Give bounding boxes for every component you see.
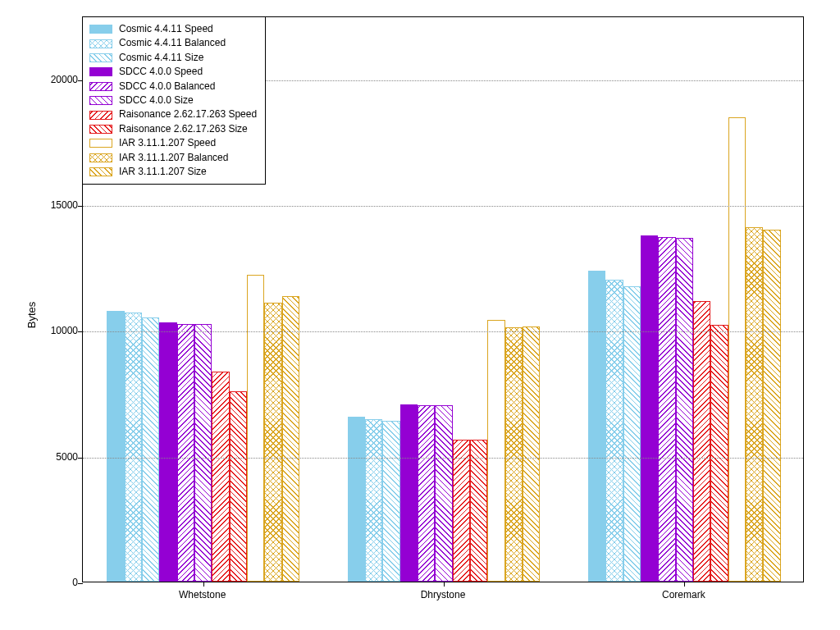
x-tickmark bbox=[444, 582, 445, 587]
legend-label: Raisonance 2.62.17.263 Speed bbox=[119, 107, 257, 121]
bar bbox=[264, 303, 281, 582]
gridline bbox=[83, 206, 803, 207]
legend: Cosmic 4.4.11 SpeedCosmic 4.4.11 Balance… bbox=[83, 17, 266, 185]
bar bbox=[710, 325, 728, 582]
y-tick-label: 5000 bbox=[0, 451, 78, 463]
bar bbox=[605, 280, 623, 582]
y-tick-label: 20000 bbox=[0, 74, 78, 85]
legend-item: IAR 3.11.1.207 Size bbox=[89, 165, 257, 179]
legend-item: SDCC 4.0.0 Speed bbox=[89, 65, 257, 79]
x-tick-label: Dhrystone bbox=[421, 589, 466, 600]
legend-label: IAR 3.11.1.207 Size bbox=[119, 165, 207, 179]
legend-label: IAR 3.11.1.207 Speed bbox=[119, 136, 216, 150]
bar bbox=[107, 311, 124, 582]
bar bbox=[348, 417, 365, 582]
gridline bbox=[83, 331, 803, 332]
legend-swatch bbox=[89, 139, 112, 148]
bar bbox=[142, 317, 159, 582]
bar bbox=[194, 324, 212, 582]
y-tick-label: 15000 bbox=[0, 199, 78, 211]
y-tick-label: 10000 bbox=[0, 325, 78, 336]
gridline bbox=[83, 458, 803, 459]
y-tickmark bbox=[78, 206, 83, 207]
y-tickmark bbox=[78, 583, 83, 584]
legend-item: Raisonance 2.62.17.263 Speed bbox=[89, 107, 257, 121]
legend-swatch bbox=[89, 167, 112, 176]
bar bbox=[658, 237, 675, 582]
legend-label: SDCC 4.0.0 Size bbox=[119, 94, 194, 107]
legend-item: Cosmic 4.4.11 Balanced bbox=[89, 36, 257, 50]
plot-area: Cosmic 4.4.11 SpeedCosmic 4.4.11 Balance… bbox=[82, 16, 804, 582]
legend-swatch bbox=[89, 111, 112, 120]
y-tickmark bbox=[78, 331, 83, 332]
bar bbox=[641, 235, 658, 582]
legend-swatch bbox=[89, 96, 112, 105]
y-tickmark bbox=[78, 458, 83, 459]
bar-chart: Bytes Cosmic 4.4.11 SpeedCosmic 4.4.11 B… bbox=[0, 0, 840, 630]
bar bbox=[125, 313, 142, 582]
legend-item: SDCC 4.0.0 Size bbox=[89, 94, 257, 107]
x-tick-label: Coremark bbox=[662, 589, 705, 600]
bar bbox=[487, 320, 504, 582]
bar bbox=[588, 271, 605, 582]
y-tick-label: 0 bbox=[0, 577, 78, 588]
legend-swatch bbox=[89, 25, 112, 34]
x-tick-label: Whetstone bbox=[179, 589, 226, 600]
legend-item: Raisonance 2.62.17.263 Size bbox=[89, 122, 257, 136]
bar bbox=[728, 117, 746, 582]
bar bbox=[623, 286, 641, 582]
x-tickmark bbox=[203, 582, 204, 587]
bar bbox=[470, 440, 487, 582]
bar bbox=[247, 275, 264, 582]
legend-swatch bbox=[89, 153, 112, 162]
legend-item: Cosmic 4.4.11 Speed bbox=[89, 22, 257, 36]
legend-swatch bbox=[89, 53, 112, 62]
legend-swatch bbox=[89, 125, 112, 134]
legend-swatch bbox=[89, 82, 112, 91]
x-tickmark bbox=[684, 582, 685, 587]
legend-label: Cosmic 4.4.11 Balanced bbox=[119, 36, 226, 50]
bar bbox=[282, 296, 299, 582]
bar bbox=[212, 372, 229, 582]
bar bbox=[676, 238, 693, 582]
bar bbox=[435, 405, 452, 582]
legend-label: SDCC 4.0.0 Speed bbox=[119, 65, 203, 79]
legend-label: Cosmic 4.4.11 Size bbox=[119, 51, 203, 65]
legend-swatch bbox=[89, 39, 112, 48]
bar bbox=[418, 405, 435, 582]
legend-label: Cosmic 4.4.11 Speed bbox=[119, 22, 213, 36]
legend-item: Cosmic 4.4.11 Size bbox=[89, 51, 257, 65]
bar bbox=[746, 227, 763, 582]
bar bbox=[505, 327, 523, 582]
bar bbox=[177, 324, 194, 582]
bar bbox=[523, 326, 540, 582]
bar bbox=[693, 301, 710, 582]
bar bbox=[159, 322, 176, 582]
bar bbox=[400, 404, 418, 582]
bar bbox=[453, 440, 470, 582]
legend-item: IAR 3.11.1.207 Balanced bbox=[89, 151, 257, 165]
legend-label: IAR 3.11.1.207 Balanced bbox=[119, 151, 228, 165]
bar bbox=[382, 421, 399, 582]
legend-item: SDCC 4.0.0 Balanced bbox=[89, 80, 257, 94]
bar bbox=[230, 391, 247, 582]
legend-swatch bbox=[89, 67, 112, 76]
bar bbox=[365, 419, 382, 582]
bar bbox=[763, 230, 780, 582]
legend-label: Raisonance 2.62.17.263 Size bbox=[119, 122, 248, 136]
legend-item: IAR 3.11.1.207 Speed bbox=[89, 136, 257, 150]
legend-label: SDCC 4.0.0 Balanced bbox=[119, 80, 215, 94]
